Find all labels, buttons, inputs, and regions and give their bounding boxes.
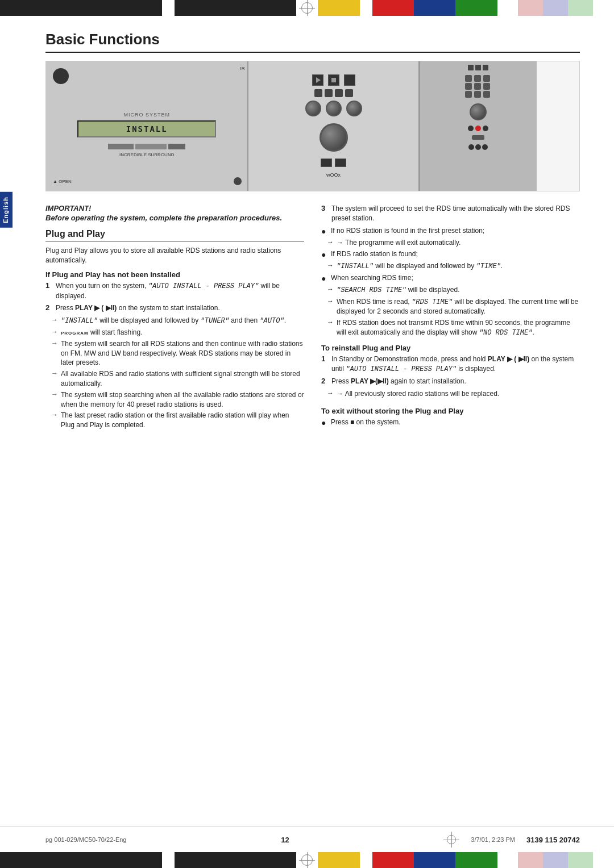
- btn-3: [335, 89, 343, 97]
- color-block-2: [40, 0, 81, 16]
- bot-color-block-5: [175, 852, 215, 868]
- b3a1-sym: →: [327, 285, 335, 295]
- power-button: [53, 68, 69, 84]
- btn-4: [345, 89, 353, 97]
- bot-color-pink: [518, 852, 543, 868]
- controls-row: [108, 144, 185, 149]
- ir-label: IR: [240, 66, 244, 71]
- bottom-color-bar: [0, 852, 614, 868]
- exit-title: To exit without storing the Plug and Pla…: [321, 407, 580, 415]
- b3a2-text: When RDS time is read, "RDS TIME" will b…: [337, 297, 580, 317]
- rem-round-1: [468, 126, 474, 131]
- incredible-label: INCREDIBLE SURROUND: [119, 152, 174, 157]
- bottom-buttons: [321, 158, 346, 167]
- not-installed-title: If Plug and Play has not been installed: [45, 270, 304, 279]
- bullet-2: ● If RDS radio station is found;: [321, 249, 580, 260]
- reg-mark-bottom: [443, 832, 459, 848]
- rem-round-2: [483, 126, 488, 131]
- rem-btn-3: [483, 65, 488, 70]
- step-2: 2 Press PLAY ▶ ( ▶II) on the system to s…: [45, 303, 304, 313]
- arrow-text-1: "INSTALL" will be displayed and followed…: [61, 316, 286, 326]
- arrow-5: → The system will stop searching when al…: [51, 390, 304, 410]
- rem-vol-bar: [472, 135, 484, 140]
- ir-sensor: [234, 177, 242, 185]
- color-block-red: [372, 0, 414, 16]
- arrow-text-4: All available RDS and radio stations wit…: [61, 369, 304, 389]
- reinstall-arrow: → → All previously stored radio stations…: [327, 389, 580, 399]
- bot-color-yellow: [318, 852, 359, 868]
- reinstall-arrow-text: → All previously stored radio stations w…: [337, 389, 499, 399]
- arrow-2: → program will start flashing.: [51, 328, 304, 337]
- step-1: 1 When you turn on the system, "AUTO INS…: [45, 281, 304, 301]
- arrow-text-2: program will start flashing.: [61, 328, 142, 337]
- color-block-mint: [568, 0, 593, 16]
- reinstall-step-2-content: Press PLAY ▶(▶II) again to start install…: [331, 377, 466, 386]
- b3a1-text: "SEARCH RDS TIME" will be displayed.: [337, 285, 459, 295]
- bullet-3-arrow-1: → "SEARCH RDS TIME" will be displayed.: [327, 285, 580, 295]
- main-dial: [320, 123, 348, 152]
- play-btn: [312, 74, 323, 86]
- exit-bullet-text: Press ■ on the system.: [331, 418, 401, 428]
- arrow-sym-3: →: [51, 339, 59, 368]
- step-2-num: 2: [45, 303, 53, 313]
- color-block-gap4: [593, 0, 614, 16]
- top-bar-right: [318, 0, 614, 16]
- arrow-text-3: The system will search for all RDS stati…: [61, 339, 304, 368]
- bot-color-gap2: [360, 852, 372, 868]
- color-block-3: [81, 0, 122, 16]
- rem-round-red: [475, 126, 481, 131]
- step-1-content: When you turn on the system, "AUTO INSTA…: [56, 281, 304, 301]
- bottom-bar-right: [318, 852, 614, 868]
- arrow-sym-5: →: [51, 390, 59, 410]
- bot-color-block-4: [122, 852, 162, 868]
- color-block-6: [215, 0, 255, 16]
- exit-bullet: ● Press ■ on the system.: [321, 418, 580, 428]
- round-buttons-row: [305, 101, 362, 116]
- woofer-label: wOOx: [326, 172, 341, 178]
- micro-system-label: MICRO SYSTEM: [123, 112, 170, 118]
- bot-color-blue: [414, 852, 455, 868]
- main-unit-middle: wOOx: [248, 61, 419, 191]
- bullet-1-text: If no RDS station is found in the first …: [331, 226, 484, 236]
- control-strip-2: [135, 144, 167, 149]
- color-block-7: [255, 0, 296, 16]
- remote-dial: [470, 103, 487, 120]
- arrow-3: → The system will search for all RDS sta…: [51, 339, 304, 368]
- plug-play-intro: Plug and Play allows you to store all av…: [45, 246, 304, 266]
- rem-grid-btn-7: [465, 91, 472, 98]
- b3a2-sym: →: [327, 297, 335, 317]
- remote-control: [420, 61, 537, 191]
- rem-btn-1: [468, 65, 474, 70]
- color-block-lavender: [543, 0, 568, 16]
- color-block-1: [0, 0, 40, 16]
- rem-grid-btn-1: [465, 75, 472, 82]
- step-1-num: 1: [45, 281, 53, 301]
- footer-timestamp: 3/7/01, 2:23 PM: [471, 836, 515, 843]
- rem-final-2: [475, 144, 481, 150]
- reinstall-title: To reinstall Plug and Play: [321, 344, 580, 352]
- arrow-4: → All available RDS and radio stations w…: [51, 369, 304, 389]
- other-btn: [344, 74, 355, 86]
- important-title: IMPORTANT!: [45, 204, 304, 212]
- device-display: INSTALL: [77, 120, 216, 137]
- color-block-gap3: [497, 0, 518, 16]
- left-column: IMPORTANT! Before operating the system, …: [45, 204, 304, 432]
- bullet-sym-3: ●: [321, 273, 328, 283]
- exit-bullet-sym: ●: [321, 418, 328, 428]
- plug-play-section-title: Plug and Play: [45, 229, 304, 241]
- bot-color-mint: [568, 852, 593, 868]
- rem-grid-btn-3: [483, 75, 490, 82]
- top-bar-left: [0, 0, 296, 16]
- dial-2: [326, 101, 342, 116]
- bullet-3-arrow-2: → When RDS time is read, "RDS TIME" will…: [327, 297, 580, 317]
- top-buttons: [312, 74, 355, 86]
- language-tab: English: [0, 192, 13, 228]
- remote-btn-grid: [465, 75, 491, 98]
- bot-color-gap4: [593, 852, 614, 868]
- remote-vol-btns: [472, 135, 484, 140]
- step1-mono: "AUTO INSTALL - PRESS PLAY": [148, 282, 259, 290]
- bot-color-block-7: [255, 852, 296, 868]
- remote-bottom-btns: [468, 126, 488, 131]
- btn-1: [314, 89, 322, 97]
- remote-top-buttons: [468, 65, 488, 70]
